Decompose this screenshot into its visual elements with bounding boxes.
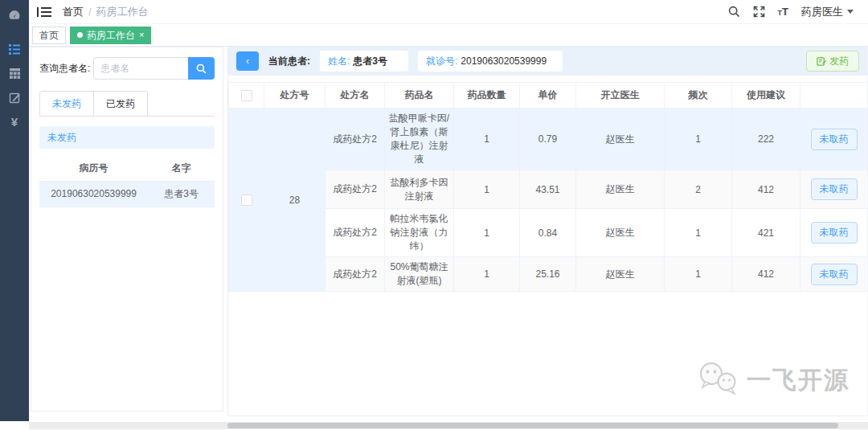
- col-qty: 药品数量: [454, 83, 520, 109]
- dispense-tabs: 未发药 已发药: [39, 91, 215, 117]
- user-dropdown[interactable]: 药房医生: [801, 5, 854, 19]
- tag-home[interactable]: 首页: [32, 27, 66, 44]
- drug-qty: 1: [454, 170, 520, 209]
- table-row[interactable]: 成药处方2 50%葡萄糖注射液(塑瓶) 1 25.16 赵医生 1 412 未取…: [229, 257, 868, 292]
- breadcrumb-separator: /: [88, 6, 92, 18]
- col-doctor: 开立医生: [576, 83, 665, 109]
- patient-name: 患者3号: [148, 181, 215, 207]
- search-icon[interactable]: [728, 6, 740, 18]
- doctor: 赵医生: [576, 170, 665, 209]
- drug-name: 盐酸甲哌卡因/肾上腺素（斯康杜尼）注射液: [385, 109, 454, 170]
- drug-name: 帕拉米韦氯化钠注射液（力纬）: [385, 209, 454, 257]
- patient-row[interactable]: 2019063020539999 患者3号: [39, 181, 215, 207]
- prescription-panel: ‹ 当前患者: 姓名: 患者3号 就诊号: 2019063020539999 发…: [227, 47, 868, 416]
- search-label: 查询患者名:: [39, 62, 90, 76]
- chevron-down-icon: [847, 10, 854, 14]
- doctor: 赵医生: [576, 209, 665, 257]
- magnifier-icon: [196, 63, 207, 74]
- dispense-button[interactable]: 发药: [806, 51, 859, 72]
- doctor: 赵医生: [576, 257, 665, 292]
- tab-dispensed[interactable]: 已发药: [94, 91, 148, 116]
- visit-no-box: 就诊号: 2019063020539999: [418, 51, 563, 72]
- table-row[interactable]: 成药处方2 盐酸利多卡因注射液 1 43.51 赵医生 2 412 未取药: [229, 170, 868, 209]
- watermark: 一飞开源: [695, 359, 850, 401]
- breadcrumb-home[interactable]: 首页: [63, 5, 84, 19]
- col-name: 名字: [148, 157, 215, 181]
- patient-search-row: 查询患者名:: [39, 57, 215, 80]
- side-rail: ¥: [0, 0, 29, 421]
- prescription-no: 28: [264, 109, 326, 292]
- table-icon[interactable]: [0, 61, 29, 85]
- patient-name-box: 姓名: 患者3号: [320, 51, 408, 72]
- tag-close-icon[interactable]: ×: [139, 31, 144, 39]
- advice: 421: [732, 209, 800, 257]
- back-button[interactable]: ‹: [236, 51, 259, 71]
- advice: 412: [732, 170, 800, 209]
- col-drug-name: 药品名: [385, 83, 454, 109]
- table-row[interactable]: 28 成药处方2 盐酸甲哌卡因/肾上腺素（斯康杜尼）注射液 1 0.79 赵医生…: [229, 109, 868, 170]
- unit-price: 43.51: [520, 170, 576, 209]
- frequency: 1: [665, 257, 732, 292]
- tab-not-dispensed[interactable]: 未发药: [39, 91, 94, 116]
- drug-name: 50%葡萄糖注射液(塑瓶): [385, 257, 454, 292]
- horizontal-scrollbar: [29, 422, 868, 429]
- scrollbar-thumb[interactable]: [227, 423, 838, 428]
- breadcrumb-current: 药房工作台: [96, 5, 149, 19]
- font-size-icon[interactable]: TT: [778, 6, 788, 18]
- patient-record-no: 2019063020539999: [39, 181, 148, 207]
- rx-name: 成药处方2: [326, 209, 385, 257]
- table-header-row: 处方号 处方名 药品名 药品数量 单价 开立医生 频次 使用建议: [229, 83, 868, 109]
- col-advice: 使用建议: [732, 83, 800, 109]
- prescription-table: 处方号 处方名 药品名 药品数量 单价 开立医生 频次 使用建议 28 成药处方…: [228, 82, 868, 292]
- col-rx-name: 处方名: [326, 83, 385, 109]
- drug-qty: 1: [454, 257, 520, 292]
- frequency: 2: [665, 170, 732, 209]
- advice: 222: [732, 109, 800, 170]
- dashboard-icon[interactable]: [0, 3, 29, 27]
- doctor: 赵医生: [576, 109, 665, 170]
- col-action: [800, 83, 868, 109]
- tag-pharmacy-workbench[interactable]: 药房工作台 ×: [70, 27, 151, 44]
- current-patient-label: 当前患者:: [268, 55, 310, 68]
- worklist-icon[interactable]: [0, 37, 29, 61]
- watermark-text: 一飞开源: [747, 364, 850, 397]
- search-button[interactable]: [188, 57, 215, 80]
- top-header: 首页 / 药房工作台 TT 药房医生: [29, 0, 868, 24]
- unit-price: 0.79: [520, 109, 576, 170]
- col-rx-no: 处方号: [264, 83, 326, 109]
- frequency: 1: [665, 209, 732, 257]
- not-taken-button[interactable]: 未取药: [811, 264, 858, 285]
- active-dot: [77, 32, 83, 38]
- not-taken-button[interactable]: 未取药: [811, 222, 858, 244]
- frequency: 1: [665, 109, 732, 170]
- table-row[interactable]: 成药处方2 帕拉米韦氯化钠注射液（力纬） 1 0.84 赵医生 1 421 未取…: [229, 209, 868, 257]
- row-checkbox[interactable]: [241, 195, 252, 206]
- patient-name-input[interactable]: [93, 57, 188, 80]
- dispense-icon: [817, 56, 826, 66]
- header-actions: TT 药房医生: [728, 5, 868, 19]
- tags-bar: 首页 药房工作台 ×: [29, 24, 868, 47]
- breadcrumb: 首页 / 药房工作台: [63, 5, 149, 19]
- col-frequency: 频次: [665, 83, 732, 109]
- col-record-no: 病历号: [39, 157, 148, 181]
- user-name: 药房医生: [801, 5, 843, 19]
- advice: 412: [732, 257, 800, 292]
- not-taken-button[interactable]: 未取药: [811, 178, 858, 200]
- drug-name: 盐酸利多卡因注射液: [385, 170, 454, 209]
- patient-toolbar: ‹ 当前患者: 姓名: 患者3号 就诊号: 2019063020539999 发…: [228, 47, 867, 76]
- drug-qty: 1: [454, 209, 520, 257]
- select-all-checkbox[interactable]: [241, 90, 252, 101]
- hamburger-icon[interactable]: [37, 6, 51, 18]
- rx-name: 成药处方2: [326, 257, 385, 292]
- edit-icon[interactable]: [0, 85, 29, 109]
- fullscreen-icon[interactable]: [753, 6, 765, 18]
- unit-price: 0.84: [520, 209, 576, 257]
- rx-name: 成药处方2: [326, 109, 385, 170]
- money-icon[interactable]: ¥: [0, 109, 29, 133]
- status-alert: 未发药: [39, 126, 215, 149]
- not-taken-button[interactable]: 未取药: [811, 129, 858, 150]
- unit-price: 25.16: [520, 257, 576, 292]
- patient-panel: 查询患者名: 未发药 已发药 未发药 病历号 名字 20190630205399…: [31, 47, 223, 412]
- col-unit-price: 单价: [520, 83, 576, 109]
- drug-qty: 1: [454, 109, 520, 170]
